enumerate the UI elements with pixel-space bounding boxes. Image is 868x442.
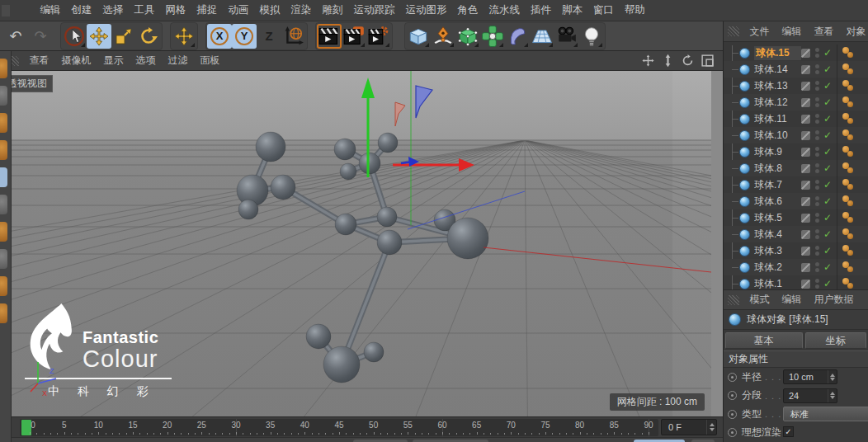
object-row[interactable]: 球体.2 ✓ xyxy=(724,259,868,275)
enabled-check-icon[interactable]: ✓ xyxy=(821,228,834,240)
enabled-check-icon[interactable]: ✓ xyxy=(821,129,834,141)
object-name[interactable]: 球体.13 xyxy=(754,79,801,93)
phong-tag-icon[interactable] xyxy=(837,45,868,61)
phong-tag-icon[interactable] xyxy=(837,176,868,193)
visibility-dots-icon[interactable] xyxy=(815,97,819,107)
phong-tag-icon[interactable] xyxy=(837,259,868,275)
molecule-sphere[interactable] xyxy=(377,207,397,227)
frame-stepper[interactable] xyxy=(706,420,716,435)
molecule-sphere[interactable] xyxy=(447,218,488,259)
add-spline-pen-button[interactable] xyxy=(431,24,455,49)
ideal-render-checkbox[interactable]: ✓ xyxy=(783,426,794,437)
object-row[interactable]: 球体.15 ✓ xyxy=(724,45,868,61)
object-name[interactable]: 球体.1 xyxy=(754,277,801,289)
move-tool-button[interactable] xyxy=(87,24,111,49)
object-manager-menu-item[interactable]: 编辑 xyxy=(776,25,808,39)
menubar-item[interactable]: 模拟 xyxy=(254,3,285,17)
layer-toggle-icon[interactable] xyxy=(801,148,810,157)
render-settings-button[interactable] xyxy=(366,24,391,49)
visibility-dots-icon[interactable] xyxy=(815,279,819,289)
layer-toggle-icon[interactable] xyxy=(801,263,810,272)
radius-stepper[interactable] xyxy=(828,370,837,383)
molecule-sphere[interactable] xyxy=(335,214,356,235)
layer-toggle-icon[interactable] xyxy=(801,115,810,124)
object-name[interactable]: 球体.6 xyxy=(754,195,801,209)
object-name[interactable]: 球体.5 xyxy=(754,211,801,225)
layer-toggle-icon[interactable] xyxy=(801,164,810,173)
phong-tag-icon[interactable] xyxy=(837,78,868,94)
visibility-dots-icon[interactable] xyxy=(815,114,819,124)
attribute-manager-menu-item[interactable]: 模式 xyxy=(743,293,776,307)
enabled-check-icon[interactable]: ✓ xyxy=(821,261,834,273)
radius-field[interactable]: 10 cm xyxy=(783,369,837,384)
object-name[interactable]: 球体.7 xyxy=(754,178,801,192)
lock-x-axis-button[interactable]: X xyxy=(207,24,232,49)
object-manager-menu-item[interactable]: 对象 xyxy=(840,25,868,39)
object-row[interactable]: 球体.11 ✓ xyxy=(724,110,868,127)
object-name[interactable]: 球体.14 xyxy=(754,63,801,77)
object-row[interactable]: 球体.6 ✓ xyxy=(724,193,868,209)
enabled-check-icon[interactable]: ✓ xyxy=(821,278,834,289)
visibility-dots-icon[interactable] xyxy=(815,180,819,190)
current-frame-field[interactable]: 0 F xyxy=(661,419,717,435)
enabled-check-icon[interactable]: ✓ xyxy=(821,179,834,190)
menubar-item[interactable]: 角色 xyxy=(452,3,484,17)
object-manager-menu-item[interactable]: 查看 xyxy=(808,25,840,39)
molecule-sphere[interactable] xyxy=(377,230,402,255)
phong-tag-icon[interactable] xyxy=(837,110,868,127)
viewport-menu-item[interactable]: 查看 xyxy=(23,54,55,68)
layer-toggle-icon[interactable] xyxy=(801,280,810,289)
layer-toggle-icon[interactable] xyxy=(801,214,810,223)
object-name[interactable]: 球体.8 xyxy=(754,162,801,176)
add-generator-array-button[interactable] xyxy=(480,24,505,49)
attribute-manager-menu-item[interactable]: 编辑 xyxy=(776,293,808,307)
attribute-manager-grip-icon[interactable] xyxy=(728,295,739,305)
viewport-menu-item[interactable]: 选项 xyxy=(130,54,162,68)
layer-toggle-icon[interactable] xyxy=(801,65,810,74)
phong-tag-icon[interactable] xyxy=(837,193,868,209)
radio-keyframe-icon[interactable] xyxy=(728,410,737,419)
phong-tag-icon[interactable] xyxy=(837,127,868,143)
attribute-manager-menu-item[interactable]: 用户数据 xyxy=(808,293,860,307)
object-name[interactable]: 球体.3 xyxy=(754,244,801,258)
object-row[interactable]: 球体.14 ✓ xyxy=(724,61,868,78)
viewport-menu-item[interactable]: 显示 xyxy=(97,54,130,68)
molecule-sphere[interactable] xyxy=(306,324,331,349)
layer-toggle-icon[interactable] xyxy=(801,197,810,206)
coordinate-system-button[interactable] xyxy=(281,24,306,49)
visibility-dots-icon[interactable] xyxy=(815,147,819,157)
enabled-check-icon[interactable]: ✓ xyxy=(821,113,834,125)
visibility-dots-icon[interactable] xyxy=(815,81,819,91)
undo-button[interactable]: ↶ xyxy=(3,24,28,49)
object-name[interactable]: 球体.12 xyxy=(754,96,801,110)
menubar-item[interactable]: 运动图形 xyxy=(400,3,452,17)
enabled-check-icon[interactable]: ✓ xyxy=(821,146,834,158)
menubar-item[interactable]: 工具 xyxy=(129,3,160,17)
molecule-sphere[interactable] xyxy=(238,200,258,219)
object-manager-menu-item[interactable]: 文件 xyxy=(743,25,776,39)
object-name[interactable]: 球体.11 xyxy=(754,112,801,126)
phong-tag-icon[interactable] xyxy=(837,143,868,160)
layer-toggle-icon[interactable] xyxy=(801,230,810,239)
object-row[interactable]: 球体.5 ✓ xyxy=(724,209,868,226)
phong-tag-icon[interactable] xyxy=(837,160,868,176)
molecule-sphere[interactable] xyxy=(359,153,380,174)
phong-tag-icon[interactable] xyxy=(837,94,868,110)
add-subdivision-surface-button[interactable] xyxy=(455,24,480,49)
add-light-button[interactable] xyxy=(579,24,604,49)
viewport-maximize-icon[interactable] xyxy=(701,54,715,68)
enabled-check-icon[interactable]: ✓ xyxy=(821,80,834,92)
viewport-zoom-icon[interactable] xyxy=(661,54,675,68)
object-name[interactable]: 球体.2 xyxy=(754,261,801,275)
enabled-check-icon[interactable]: ✓ xyxy=(821,63,834,75)
molecule-sphere[interactable] xyxy=(256,132,285,162)
timeline-ruler[interactable]: 051015202530354045505560657075808590 xyxy=(20,419,658,436)
visibility-dots-icon[interactable] xyxy=(815,246,819,256)
add-primitive-cube-button[interactable] xyxy=(406,24,431,49)
segments-field[interactable]: 24 xyxy=(783,388,837,403)
object-name[interactable]: 球体.9 xyxy=(754,145,801,159)
enabled-check-icon[interactable]: ✓ xyxy=(821,96,834,108)
phong-tag-icon[interactable] xyxy=(837,242,868,259)
phong-tag-icon[interactable] xyxy=(837,226,868,242)
object-row[interactable]: 球体.7 ✓ xyxy=(724,176,868,193)
